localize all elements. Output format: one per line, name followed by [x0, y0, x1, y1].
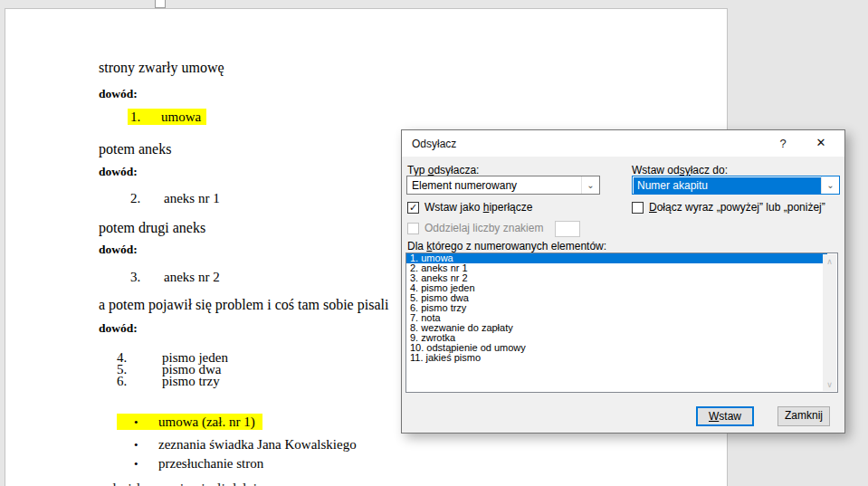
paragraph[interactable]: strony zwarły umowę	[99, 59, 224, 76]
scroll-down-icon[interactable]: ∨	[823, 377, 836, 391]
item-text: zeznania świadka Jana Kowalskiego	[158, 437, 357, 452]
separator-character-input	[555, 221, 580, 237]
close-button[interactable]: Zamknij	[777, 406, 830, 426]
scroll-up-icon[interactable]: ∧	[823, 254, 836, 268]
chevron-down-icon[interactable]: ⌄	[581, 176, 599, 194]
list-scrollbar[interactable]: ∧ ∨	[823, 254, 836, 391]
item-number: 6.	[117, 376, 162, 387]
ruler-indent-marker[interactable]	[155, 0, 166, 8]
evidence-label[interactable]: dowód:	[99, 87, 138, 101]
item-text: aneks nr 1	[164, 191, 220, 205]
bullet-item-highlighted[interactable]: •umowa (zał. nr 1)	[117, 414, 262, 430]
item-text: aneks nr 2	[164, 270, 220, 284]
bullet-item[interactable]: •zeznania świadka Jana Kowalskiego	[117, 436, 357, 453]
item-text: umowa	[161, 110, 201, 124]
insert-reference-to-label: Wstaw odsyłacz do:	[632, 164, 728, 176]
insert-reference-to-dropdown[interactable]: Numer akapitu ⌄	[632, 176, 840, 195]
list-item[interactable]: 4. pismo jeden	[406, 283, 837, 293]
numbered-item[interactable]: 3.aneks nr 2	[130, 269, 220, 285]
bullet-icon: •	[117, 415, 158, 431]
numbered-item-highlighted[interactable]: 1.umowa	[128, 109, 206, 125]
chevron-down-icon[interactable]: ⌄	[821, 176, 839, 194]
dialog-title: Odsyłacz	[412, 138, 456, 150]
checkbox-disabled-icon	[407, 223, 419, 234]
numbered-items-list[interactable]: 1. umowa 2. aneks nr 1 3. aneks nr 2 4. …	[405, 253, 838, 393]
close-icon[interactable]: ✕	[811, 136, 831, 149]
checkbox-label: Dołącz wyraz „powyżej” lub „poniżej”	[649, 201, 825, 214]
checkbox-checked-icon[interactable]: ✓	[407, 202, 419, 214]
bullet-icon: •	[117, 437, 158, 453]
list-item[interactable]: 11. jakieś pismo	[406, 353, 837, 363]
checkbox-unchecked-icon[interactable]	[632, 202, 644, 214]
item-text: przesłuchanie stron	[158, 456, 263, 471]
numbered-item[interactable]: 2.aneks nr 1	[130, 190, 220, 206]
list-item[interactable]: 8. wezwanie do zapłaty	[406, 323, 837, 333]
item-number: 1.	[130, 109, 161, 125]
bullet-item[interactable]: •przesłuchanie stron	[117, 455, 263, 472]
paragraph[interactable]: a potem pojawił się problem i coś tam so…	[99, 296, 388, 313]
evidence-label[interactable]: dowód:	[99, 321, 138, 336]
list-item[interactable]: 2. aneks nr 1	[406, 263, 837, 273]
evidence-label[interactable]: dowód:	[99, 165, 138, 179]
numbered-items-label: Dla którego z numerowanych elementów:	[407, 240, 606, 253]
include-above-below-checkbox[interactable]: Dołącz wyraz „powyżej” lub „poniżej”	[632, 201, 825, 214]
checkbox-label: Wstaw jako hiperłącze	[424, 201, 532, 214]
list-item[interactable]: 6. pismo trzy	[406, 303, 837, 313]
dialog-titlebar[interactable]: Odsyłacz ? ✕	[402, 130, 844, 157]
reference-type-label: Typ odsyłacza:	[407, 164, 479, 176]
paragraph[interactable]: potem aneks	[99, 140, 171, 157]
cross-reference-dialog: Odsyłacz ? ✕ Typ odsyłacza: Element nume…	[401, 129, 845, 434]
insert-reference-to-value: Numer akapitu	[634, 177, 821, 194]
numbered-item[interactable]: 6.pismo trzy	[117, 376, 220, 387]
item-number: 2.	[130, 190, 164, 206]
list-item[interactable]: 5. pismo dwa	[406, 293, 837, 303]
item-text: umowa (zał. nr 1)	[158, 415, 255, 429]
reference-type-value: Element numerowany	[407, 179, 581, 192]
insert-as-hyperlink-checkbox[interactable]: ✓ Wstaw jako hiperłącze	[407, 201, 532, 214]
reference-type-dropdown[interactable]: Element numerowany ⌄	[406, 176, 600, 195]
separate-numbers-checkbox: Oddzielaj liczby znakiem	[407, 222, 543, 234]
checkbox-label: Oddzielaj liczby znakiem	[424, 222, 543, 234]
clipped-paragraph[interactable]: w każdym razie pisali dalej	[99, 481, 257, 486]
list-item[interactable]: 1. umowa	[406, 253, 827, 263]
bullet-icon: •	[117, 456, 158, 472]
item-number: 3.	[130, 269, 164, 285]
insert-button[interactable]: Wstaw	[696, 406, 754, 426]
evidence-label[interactable]: dowód:	[99, 243, 138, 257]
paragraph[interactable]: potem drugi aneks	[99, 219, 205, 236]
item-text: pismo trzy	[162, 374, 220, 388]
help-icon[interactable]: ?	[775, 137, 791, 150]
